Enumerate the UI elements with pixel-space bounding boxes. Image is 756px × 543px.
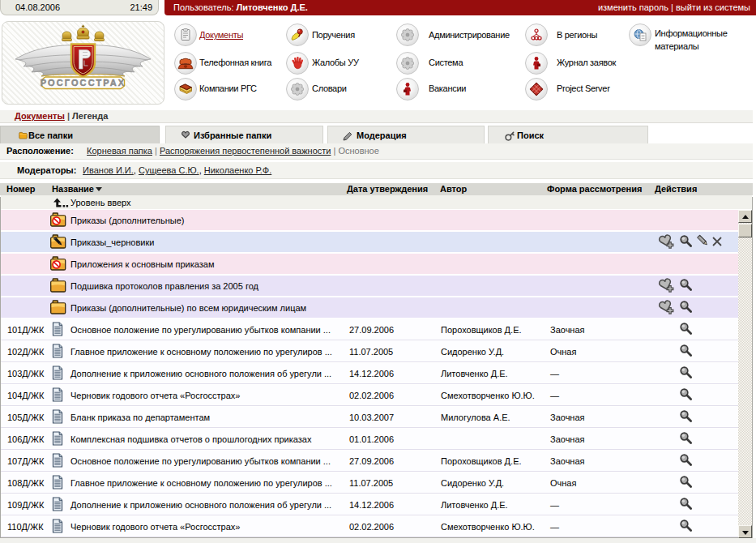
svg-text:РОСГОССТРАХ: РОСГОССТРАХ <box>41 78 126 88</box>
